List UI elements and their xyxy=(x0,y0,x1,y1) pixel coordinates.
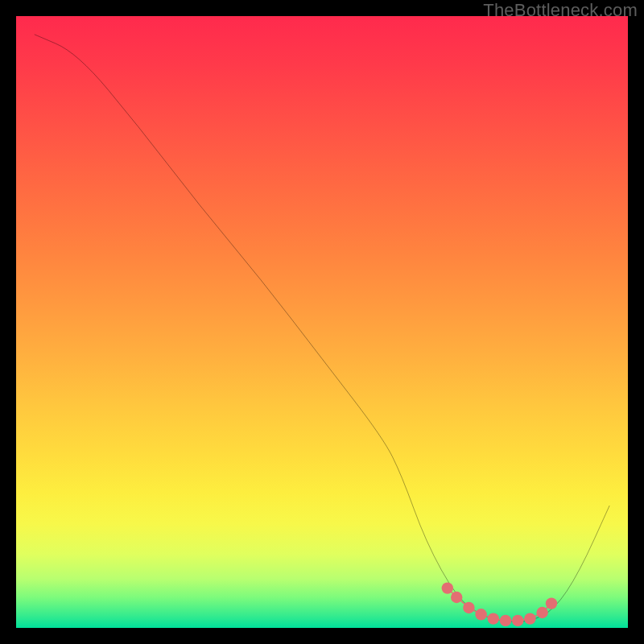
bottleneck-curve-line xyxy=(35,35,609,622)
optimal-marker-dot xyxy=(536,607,547,618)
chart-stage: TheBottleneck.com xyxy=(0,0,644,644)
optimal-segment-markers xyxy=(442,582,558,626)
watermark-text: TheBottleneck.com xyxy=(483,0,638,21)
optimal-marker-dot xyxy=(488,613,499,624)
chart-svg xyxy=(16,16,628,628)
optimal-marker-dot xyxy=(442,582,453,593)
optimal-marker-dot xyxy=(463,602,474,613)
optimal-segment-line xyxy=(448,588,551,621)
optimal-marker-dot xyxy=(500,615,511,626)
optimal-marker-dot xyxy=(546,597,557,609)
optimal-marker-dot xyxy=(475,609,486,620)
bottleneck-curve-path xyxy=(35,35,609,622)
optimal-marker-dot xyxy=(451,592,462,603)
optimal-marker-dot xyxy=(524,613,535,624)
plot-area xyxy=(16,16,628,628)
optimal-marker-dot xyxy=(512,615,523,626)
